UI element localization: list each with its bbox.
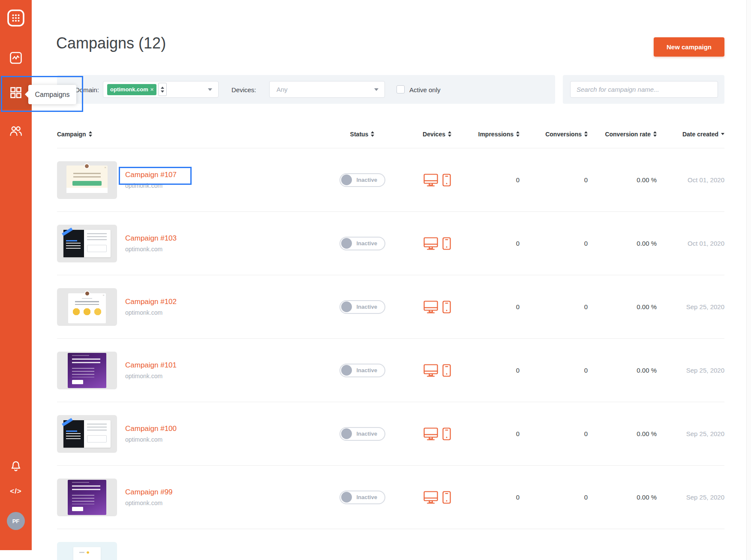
- campaign-name-wrap: Campaign #107: [125, 171, 177, 179]
- bell-icon: [9, 460, 22, 473]
- thumbnail-art: [72, 355, 89, 356]
- campaign-search-input[interactable]: [570, 81, 718, 98]
- conversions-value: 0: [584, 303, 588, 310]
- table-header: Campaign Status Devices Impressions Conv…: [57, 120, 724, 148]
- domain-spinner[interactable]: [158, 83, 167, 96]
- user-avatar[interactable]: PF: [0, 512, 32, 530]
- domain-select[interactable]: optimonk.com ×: [103, 81, 219, 98]
- devices-filter-label: Devices:: [231, 86, 256, 93]
- status-label: Inactive: [357, 240, 377, 247]
- scrollbar-track[interactable]: [746, 0, 751, 560]
- campaign-name-wrap: Campaign #103: [125, 234, 177, 243]
- impressions-value: 0: [516, 240, 520, 247]
- status-toggle[interactable]: Inactive: [339, 364, 385, 377]
- campaign-domain: optimonk.com: [125, 309, 177, 316]
- sidebar-item-notifications[interactable]: [0, 460, 32, 473]
- app-logo-icon[interactable]: [0, 9, 32, 27]
- column-header-campaign[interactable]: Campaign: [57, 131, 323, 138]
- table-body: Campaign #107 optimonk.com Inactive: [57, 148, 724, 529]
- desktop-icon: [424, 364, 438, 377]
- column-header-devices[interactable]: Devices: [402, 131, 472, 138]
- campaign-thumbnail[interactable]: [57, 542, 117, 560]
- toggle-knob-icon: [341, 492, 352, 503]
- status-label: Inactive: [357, 177, 377, 183]
- campaign-thumbnail[interactable]: [57, 479, 117, 516]
- column-header-conversion-rate[interactable]: Conversion rate: [588, 131, 657, 138]
- sidebar-item-audience[interactable]: [0, 123, 32, 138]
- campaign-thumbnail[interactable]: [57, 352, 117, 389]
- campaign-thumbnail[interactable]: [57, 288, 117, 326]
- status-toggle[interactable]: Inactive: [339, 427, 385, 441]
- thumbnail-art: [82, 298, 92, 299]
- domain-tag: optimonk.com ×: [107, 84, 156, 95]
- toggle-knob-icon: [341, 428, 352, 439]
- thumbnail-art: [75, 301, 99, 305]
- conversion-rate-value: 0.00 %: [637, 494, 657, 501]
- column-header-status[interactable]: Status: [323, 131, 402, 138]
- column-header-date-created[interactable]: Date created: [657, 131, 724, 138]
- thumbnail-art: [73, 173, 101, 178]
- domain-caret-icon: [208, 88, 212, 91]
- thumbnail-art: [72, 181, 102, 186]
- campaign-thumbnail[interactable]: [57, 225, 117, 262]
- campaign-domain: optimonk.com: [125, 373, 177, 379]
- status-label: Inactive: [357, 494, 377, 500]
- devices-select[interactable]: Any: [269, 81, 385, 98]
- campaign-name-link[interactable]: Campaign #99: [125, 488, 173, 496]
- sidebar-item-code[interactable]: </>: [0, 485, 32, 497]
- conversion-rate-value: 0.00 %: [637, 240, 657, 247]
- campaigns-grid-icon: [9, 86, 22, 99]
- conversion-rate-value: 0.00 %: [637, 367, 657, 374]
- status-toggle[interactable]: Inactive: [339, 237, 385, 250]
- sort-desc-icon: [721, 133, 724, 135]
- spinner-up-icon: [161, 87, 164, 89]
- thumbnail-art: [72, 482, 89, 483]
- remove-domain-tag-icon[interactable]: ×: [150, 86, 154, 93]
- campaign-name-wrap: Campaign #102: [125, 298, 177, 306]
- campaign-name-link[interactable]: Campaign #101: [125, 361, 177, 369]
- domain-filter-label: Domain:: [75, 86, 99, 93]
- campaign-thumbnail[interactable]: [57, 415, 117, 453]
- thumbnail-art: [73, 547, 101, 560]
- status-toggle[interactable]: Inactive: [339, 300, 385, 314]
- table-row: Campaign #102 optimonk.com Inactive: [57, 275, 724, 338]
- audience-users-icon: [9, 125, 23, 136]
- table-row-partial: [57, 529, 724, 560]
- thumbnail-art: [72, 507, 83, 511]
- active-only-checkbox[interactable]: [397, 85, 405, 93]
- date-created-value: Sep 25, 2020: [686, 367, 724, 374]
- status-toggle[interactable]: Inactive: [339, 173, 385, 187]
- campaigns-table: Campaign Status Devices Impressions Conv…: [57, 120, 724, 560]
- date-created-value: Sep 25, 2020: [686, 494, 724, 501]
- campaign-thumbnail[interactable]: [57, 161, 117, 199]
- active-only-label: Active only: [409, 86, 441, 93]
- conversion-rate-value: 0.00 %: [637, 430, 657, 437]
- thumbnail-art: [66, 433, 81, 440]
- campaign-name-link[interactable]: Campaign #107: [125, 171, 177, 179]
- conversions-value: 0: [584, 240, 588, 247]
- date-created-value: Sep 25, 2020: [686, 430, 724, 437]
- thumbnail-art: [72, 485, 100, 491]
- logo-grid-icon: [7, 9, 25, 27]
- sidebar-item-analytics[interactable]: [0, 51, 32, 65]
- column-header-conversions[interactable]: Conversions: [520, 131, 588, 138]
- sort-icon: [516, 131, 520, 137]
- desktop-icon: [424, 428, 438, 440]
- sort-icon: [89, 131, 92, 137]
- campaign-name-link[interactable]: Campaign #100: [125, 425, 177, 433]
- new-campaign-button[interactable]: New campaign: [654, 37, 724, 57]
- campaign-domain: optimonk.com: [125, 500, 173, 506]
- sort-icon: [371, 131, 374, 137]
- campaign-name-link[interactable]: Campaign #102: [125, 298, 177, 306]
- code-icon: </>: [10, 487, 22, 496]
- thumbnail-art: [66, 243, 81, 250]
- impressions-value: 0: [516, 430, 520, 437]
- campaign-name-link[interactable]: Campaign #103: [125, 234, 177, 242]
- conversions-value: 0: [584, 367, 588, 374]
- conversions-value: 0: [584, 430, 588, 437]
- conversion-rate-value: 0.00 %: [637, 176, 657, 184]
- status-toggle[interactable]: Inactive: [339, 491, 385, 504]
- mobile-icon: [442, 237, 451, 250]
- date-created-value: Oct 01, 2020: [688, 176, 724, 184]
- column-header-impressions[interactable]: Impressions: [472, 131, 520, 138]
